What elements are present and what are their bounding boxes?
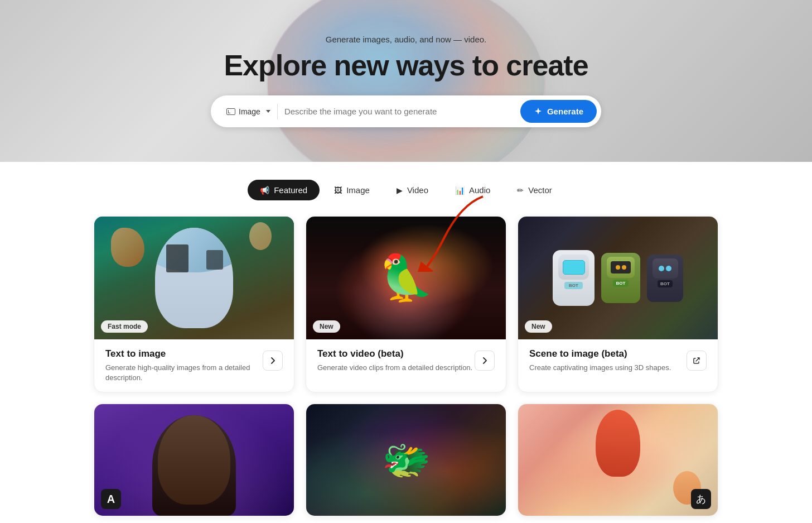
vector-icon: ✏ — [517, 186, 524, 195]
hero-title: Explore new ways to create — [224, 49, 588, 82]
card-arrow-text-to-image[interactable] — [263, 351, 283, 371]
tabs-container: 📢 Featured 🖼 Image ▶ Video 📊 Audio ✏ Vec… — [0, 180, 812, 200]
cards-grid-bottom: A 🐲 あ — [71, 404, 741, 516]
letter-badge-a: A — [101, 489, 121, 509]
badge-new-video: New — [313, 320, 340, 333]
tab-audio-label: Audio — [469, 185, 490, 195]
search-type-label: Image — [239, 107, 260, 116]
hero-subtitle: Generate images, audio, and now — video. — [326, 35, 487, 44]
card-body-text-to-image: Text to image Generate high-quality imag… — [94, 339, 294, 392]
badge-fast-mode: Fast mode — [101, 320, 148, 333]
card-image-text-to-image: Fast mode — [94, 217, 294, 339]
search-type-selector[interactable]: Image — [220, 104, 278, 119]
tab-image[interactable]: 🖼 Image — [322, 180, 382, 200]
card-desc-text-to-video: Generate video clips from a detailed des… — [317, 363, 472, 373]
card-text-scene-to-image: Scene to image (beta) Create captivating… — [529, 348, 671, 373]
generate-button[interactable]: Generate — [520, 100, 597, 123]
tab-featured[interactable]: 📢 Featured — [248, 180, 320, 200]
card-text-text-to-image: Text to image Generate high-quality imag… — [105, 348, 262, 383]
search-bar: Image Generate — [211, 95, 601, 127]
card-text-to-image: Fast mode Text to image Generate high-qu… — [94, 216, 294, 392]
generate-label: Generate — [547, 107, 583, 116]
tab-vector-label: Vector — [528, 185, 552, 195]
audio-icon: 📊 — [455, 186, 465, 195]
card-text-to-video: New Text to video (beta) Generate video … — [306, 216, 506, 392]
card-image-text-effects: A — [94, 404, 294, 516]
chevron-down-icon — [266, 110, 270, 113]
tab-video[interactable]: ▶ Video — [384, 180, 441, 200]
video-icon: ▶ — [397, 186, 403, 195]
chevron-right-icon-2 — [481, 357, 489, 364]
card-desc-scene-to-image: Create captivating images using 3D shape… — [529, 363, 671, 373]
card-title-scene-to-image: Scene to image (beta) — [529, 348, 671, 359]
card-body-scene-to-image: Scene to image (beta) Create captivating… — [518, 339, 718, 382]
jp-badge: あ — [691, 489, 711, 509]
card-title-text-to-image: Text to image — [105, 348, 262, 359]
card-arrow-text-to-video[interactable] — [475, 351, 495, 371]
card-image-scene-to-image: BOT BOT — [518, 217, 718, 339]
cards-grid-top: Fast mode Text to image Generate high-qu… — [71, 216, 741, 392]
card-text-text-to-video: Text to video (beta) Generate video clip… — [317, 348, 472, 373]
image-type-icon — [226, 108, 235, 115]
hero-section: Generate images, audio, and now — video.… — [0, 0, 812, 162]
card-desc-text-to-image: Generate high-quality images from a deta… — [105, 363, 262, 383]
image-icon: 🖼 — [334, 186, 342, 195]
card-text-effects: A — [94, 404, 294, 516]
chevron-right-icon — [269, 357, 277, 364]
card-translate: あ — [518, 404, 718, 516]
card-scene-to-image: BOT BOT — [518, 216, 718, 392]
card-arrow-scene-to-image[interactable] — [687, 351, 707, 371]
main-content: 📢 Featured 🖼 Image ▶ Video 📊 Audio ✏ Vec… — [0, 162, 812, 523]
megaphone-icon: 📢 — [260, 186, 269, 195]
tab-audio[interactable]: 📊 Audio — [443, 180, 502, 200]
tab-video-label: Video — [407, 185, 428, 195]
external-link-icon — [693, 357, 700, 364]
tab-vector[interactable]: ✏ Vector — [505, 180, 564, 200]
card-image-generative-fill: 🐲 — [306, 404, 506, 516]
tab-image-label: Image — [346, 185, 370, 195]
card-image-text-to-video: New — [306, 217, 506, 339]
card-image-translate: あ — [518, 404, 718, 516]
card-title-text-to-video: Text to video (beta) — [317, 348, 472, 359]
generate-icon — [534, 107, 543, 116]
tab-featured-label: Featured — [274, 185, 307, 195]
card-generative-fill: 🐲 — [306, 404, 506, 516]
badge-new-scene: New — [525, 320, 552, 333]
card-body-text-to-video: Text to video (beta) Generate video clip… — [306, 339, 506, 382]
search-input[interactable] — [278, 104, 520, 118]
